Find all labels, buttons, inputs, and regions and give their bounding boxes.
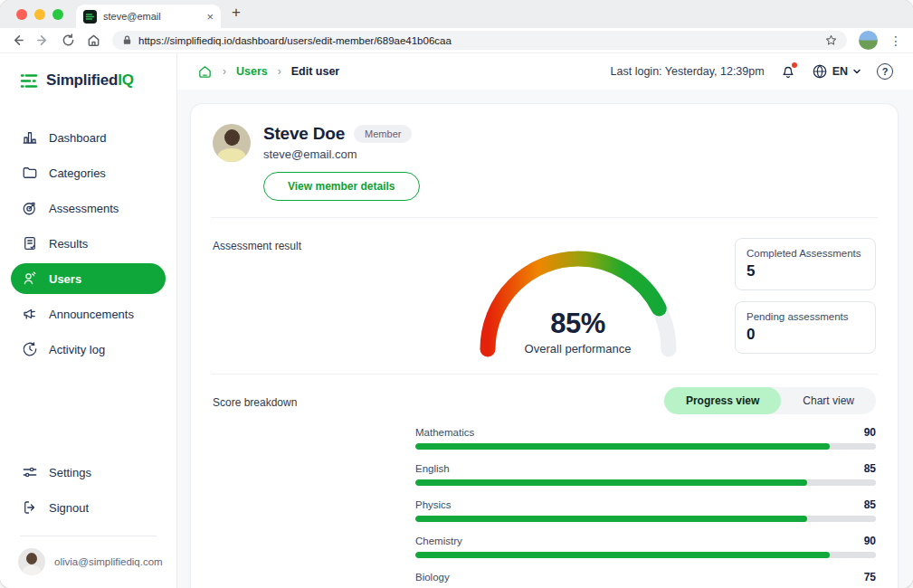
sidebar-item-categories[interactable]: Categories: [11, 157, 166, 188]
sidebar-item-signout[interactable]: Signout: [11, 492, 166, 523]
progress-value: 90: [864, 426, 876, 439]
progress-value: 90: [864, 535, 876, 547]
completed-assessments-card: Completed Assessments 5: [735, 238, 876, 290]
signout-icon: [22, 499, 38, 516]
progress-label: English: [415, 463, 450, 474]
app-shell: SimplifiedIQ Dashboard Categories Assess…: [0, 53, 913, 588]
folder-icon: [22, 165, 38, 181]
sliders-icon: [22, 464, 38, 480]
progress-list: Mathematics 90 English 85 Physics 85 Che…: [415, 426, 876, 588]
globe-icon: [812, 63, 828, 80]
score-section-label: Score breakdown: [213, 393, 421, 409]
progress-fill: [415, 479, 807, 486]
lock-icon[interactable]: [122, 35, 132, 45]
sidebar-user[interactable]: olivia@simplifiediq.com: [0, 548, 176, 575]
breadcrumb-current: Edit user: [291, 65, 340, 78]
gauge-sub-label: Overall performance: [465, 342, 691, 356]
progress-view-tab[interactable]: Progress view: [664, 387, 781, 414]
progress-fill: [415, 443, 830, 450]
progress-track: [415, 443, 876, 450]
sidebar-item-settings[interactable]: Settings: [11, 457, 166, 488]
assessment-section-label: Assessment result: [213, 236, 421, 357]
browser-window: steve@email × + https://simplifiediq.io/…: [0, 0, 913, 588]
sidebar-item-announcements[interactable]: Announcements: [11, 299, 166, 329]
browser-menu-icon[interactable]: ⋮: [889, 33, 902, 48]
stat-value: 5: [747, 262, 864, 280]
progress-label: Physics: [415, 499, 452, 510]
gauge-value: 85%: [465, 309, 691, 337]
sidebar-item-label: Results: [49, 237, 88, 251]
logo-accent: IQ: [118, 71, 134, 89]
view-member-details-button[interactable]: View member details: [263, 172, 420, 201]
help-button[interactable]: ?: [877, 63, 893, 80]
document-icon: [22, 235, 38, 251]
view-toggle: Progress view Chart view: [664, 387, 876, 414]
performance-gauge: 85% Overall performance: [465, 236, 691, 357]
progress-row: Mathematics 90: [415, 426, 876, 450]
minimize-window-button[interactable]: [34, 9, 45, 20]
sidebar-item-results[interactable]: Results: [11, 228, 166, 259]
stat-value: 0: [747, 326, 864, 344]
close-window-button[interactable]: [16, 9, 27, 20]
sidebar-item-label: Announcements: [49, 308, 134, 321]
site-favicon: [83, 10, 97, 24]
new-tab-button[interactable]: +: [232, 4, 241, 22]
progress-value: 75: [864, 571, 876, 583]
notifications-button[interactable]: [780, 63, 796, 80]
score-breakdown-section: Score breakdown Progress view Chart view…: [207, 375, 881, 588]
member-avatar: [213, 124, 251, 162]
breadcrumb-users-link[interactable]: Users: [236, 65, 268, 78]
app-logo[interactable]: SimplifiedIQ: [0, 71, 176, 90]
sidebar-item-label: Assessments: [49, 202, 119, 215]
content-card: Steve Doe Member steve@email.com View me…: [190, 103, 899, 588]
sidebar-divider: [20, 536, 157, 536]
reload-icon[interactable]: [62, 33, 75, 47]
forward-icon[interactable]: [36, 33, 50, 47]
progress-track: [415, 552, 876, 558]
chevron-down-icon: [852, 67, 861, 76]
sidebar-item-assessments[interactable]: Assessments: [11, 193, 166, 223]
language-code: EN: [832, 65, 848, 78]
browser-profile-avatar[interactable]: [859, 31, 878, 50]
zoom-window-button[interactable]: [52, 9, 63, 20]
chart-view-tab[interactable]: Chart view: [781, 387, 876, 414]
sidebar-user-avatar: [18, 548, 45, 575]
dashboard-icon: [22, 129, 38, 146]
member-profile: Steve Doe Member steve@email.com View me…: [207, 122, 881, 201]
stat-label: Pending assessments: [747, 311, 864, 322]
url-bar[interactable]: https://simplifiediq.io/dashboard/users/…: [112, 31, 847, 50]
bookmark-star-icon[interactable]: [825, 34, 837, 46]
progress-row: Biology 75: [415, 571, 876, 588]
member-name: Steve Doe: [263, 124, 345, 144]
sidebar-item-label: Dashboard: [49, 131, 107, 145]
sidebar-item-dashboard[interactable]: Dashboard: [11, 122, 166, 153]
progress-value: 85: [864, 462, 876, 475]
sidebar-item-users[interactable]: Users: [11, 263, 166, 294]
progress-label: Chemistry: [415, 536, 462, 546]
progress-fill: [415, 552, 830, 558]
sidebar-item-label: Categories: [49, 166, 106, 180]
progress-row: Chemistry 90: [415, 535, 876, 558]
progress-row: Physics 85: [415, 498, 876, 522]
sidebar: SimplifiedIQ Dashboard Categories Assess…: [0, 53, 177, 588]
sidebar-nav: Dashboard Categories Assessments Results…: [0, 122, 176, 365]
language-selector[interactable]: EN: [812, 63, 861, 80]
breadcrumb-home-icon[interactable]: [197, 64, 213, 80]
back-icon[interactable]: [11, 33, 24, 47]
progress-label: Biology: [415, 572, 450, 583]
pending-assessments-card: Pending assessments 0: [735, 301, 876, 354]
sidebar-bottom-nav: Settings Signout: [0, 457, 176, 523]
member-email: steve@email.com: [263, 147, 420, 161]
tab-close-icon[interactable]: ×: [206, 11, 214, 23]
sidebar-item-label: Activity log: [49, 343, 105, 356]
breadcrumb: › Users › Edit user: [197, 64, 339, 80]
sidebar-item-label: Users: [49, 272, 81, 286]
page-header: › Users › Edit user Last login: Yesterda…: [177, 53, 913, 90]
browser-tab[interactable]: steve@email ×: [76, 5, 221, 28]
sidebar-item-activity-log[interactable]: Activity log: [11, 334, 166, 365]
notification-badge: [792, 62, 797, 68]
sidebar-item-label: Signout: [49, 501, 89, 515]
main-area: › Users › Edit user Last login: Yesterda…: [177, 53, 913, 588]
clock-icon: [22, 341, 38, 357]
home-icon[interactable]: [87, 33, 100, 47]
